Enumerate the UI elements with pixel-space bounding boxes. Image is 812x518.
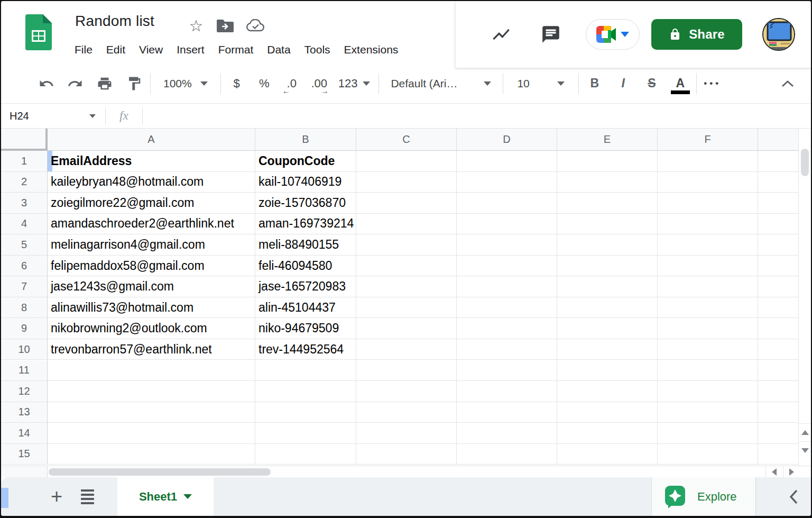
row-header-14[interactable]: 14: [1, 423, 48, 444]
cell-C4[interactable]: [356, 214, 457, 235]
cell-C11[interactable]: [356, 360, 457, 381]
sheet-activity-button[interactable]: [487, 21, 515, 48]
row-header-7[interactable]: 7: [1, 276, 48, 297]
strikethrough-button[interactable]: S: [640, 72, 663, 95]
row-header-4[interactable]: 4: [1, 214, 48, 235]
cell-C8[interactable]: [356, 297, 457, 319]
font-size-select[interactable]: 10: [508, 72, 574, 95]
menu-view[interactable]: View: [132, 41, 170, 58]
cell-E14[interactable]: [557, 423, 658, 444]
cell-B3[interactable]: zoie-157036870: [255, 193, 356, 214]
cell-A2[interactable]: kaileybryan48@hotmail.com: [48, 172, 255, 193]
cell-D14[interactable]: [457, 423, 557, 444]
cell-F9[interactable]: [658, 318, 758, 339]
cell-G10[interactable]: [758, 339, 800, 360]
sheets-logo-icon[interactable]: [25, 14, 52, 50]
more-toolbar-button[interactable]: •••: [701, 72, 724, 95]
cell-F6[interactable]: [658, 256, 758, 277]
document-status-button[interactable]: [244, 15, 266, 37]
cell-A6[interactable]: felipemaddox58@gmail.com: [48, 256, 255, 277]
cell-B9[interactable]: niko-94679509: [255, 318, 356, 339]
cell-A8[interactable]: alinawillis73@hotmail.com: [48, 297, 255, 319]
doc-title[interactable]: Random list: [75, 13, 154, 30]
column-header-A[interactable]: A: [48, 129, 255, 151]
cell-C13[interactable]: [356, 402, 457, 423]
cell-F8[interactable]: [658, 297, 758, 319]
meet-button[interactable]: [586, 19, 640, 50]
menu-edit[interactable]: Edit: [99, 41, 132, 58]
increase-decimal-button[interactable]: .00 →: [308, 72, 331, 95]
undo-button[interactable]: [35, 72, 58, 95]
vertical-scrollbar-thumb[interactable]: [801, 149, 809, 176]
scroll-down-button[interactable]: [799, 441, 811, 459]
horizontal-scrollbar[interactable]: [1, 466, 811, 477]
horizontal-scrollbar-thumb[interactable]: [49, 468, 271, 476]
cell-G9[interactable]: [758, 318, 800, 339]
select-all-corner[interactable]: [1, 129, 48, 151]
format-currency-button[interactable]: $: [225, 72, 248, 95]
cell-D13[interactable]: [457, 402, 557, 423]
row-header-12[interactable]: 12: [1, 381, 48, 402]
cell-E13[interactable]: [557, 402, 658, 423]
cell-G14[interactable]: [758, 423, 800, 444]
cell-A10[interactable]: trevonbarron57@earthlink.net: [48, 339, 255, 360]
column-header-D[interactable]: D: [457, 129, 557, 151]
italic-button[interactable]: I: [612, 72, 635, 95]
cell-E8[interactable]: [557, 297, 658, 319]
cell-A9[interactable]: nikobrowning2@outlook.com: [48, 318, 255, 339]
hide-menus-button[interactable]: [776, 72, 799, 95]
cell-F2[interactable]: [658, 172, 758, 193]
cell-C5[interactable]: [356, 234, 457, 256]
cell-D4[interactable]: [457, 214, 557, 235]
cell-G13[interactable]: [758, 402, 800, 423]
menu-data[interactable]: Data: [260, 41, 297, 58]
scroll-left-button[interactable]: [765, 466, 782, 478]
menu-file[interactable]: File: [68, 41, 99, 58]
scroll-right-button[interactable]: [783, 466, 800, 478]
row-header-15[interactable]: 15: [1, 444, 48, 465]
print-button[interactable]: [93, 72, 116, 95]
row-header-11[interactable]: 11: [1, 360, 48, 381]
menu-insert[interactable]: Insert: [170, 41, 211, 58]
cell-D12[interactable]: [457, 381, 557, 402]
text-color-button[interactable]: A: [669, 72, 692, 95]
cell-F15[interactable]: [658, 444, 758, 465]
cell-E6[interactable]: [557, 256, 658, 277]
font-family-select[interactable]: Default (Ari…: [383, 72, 499, 95]
cell-D2[interactable]: [457, 172, 557, 193]
cell-A4[interactable]: amandaschroeder2@earthlink.net: [48, 214, 255, 235]
column-header-C[interactable]: C: [356, 129, 457, 151]
decrease-decimal-button[interactable]: .0 ←: [280, 72, 303, 95]
cell-D5[interactable]: [457, 234, 557, 256]
cell-B2[interactable]: kail-107406919: [255, 172, 356, 193]
row-header-8[interactable]: 8: [1, 297, 48, 319]
cell-C9[interactable]: [356, 318, 457, 339]
column-header-B[interactable]: B: [255, 129, 356, 151]
cell-B13[interactable]: [255, 402, 356, 423]
row-header-2[interactable]: 2: [1, 172, 48, 193]
column-header-F[interactable]: F: [658, 129, 758, 151]
cell-B1[interactable]: CouponCode: [255, 151, 356, 172]
row-header-3[interactable]: 3: [1, 193, 48, 214]
cell-B15[interactable]: [255, 444, 356, 465]
cell-E11[interactable]: [557, 360, 658, 381]
paint-format-button[interactable]: [123, 72, 146, 95]
cell-A12[interactable]: [48, 381, 255, 402]
cell-F3[interactable]: [658, 193, 758, 214]
hide-side-panel-button[interactable]: [776, 477, 811, 516]
cell-G12[interactable]: [758, 381, 800, 402]
all-sheets-button[interactable]: [75, 485, 99, 509]
bold-button[interactable]: B: [583, 72, 606, 95]
row-header-1[interactable]: 1: [1, 151, 48, 172]
cell-A5[interactable]: melinagarrison4@gmail.com: [48, 234, 255, 256]
cell-A14[interactable]: [48, 423, 255, 444]
row-header-9[interactable]: 9: [1, 318, 48, 339]
cell-A11[interactable]: [48, 360, 255, 381]
cell-A1[interactable]: EmailAddress: [48, 151, 255, 172]
cell-C10[interactable]: [356, 339, 457, 360]
cell-D8[interactable]: [457, 297, 557, 319]
meet-dropdown-caret[interactable]: [621, 32, 629, 37]
cell-F4[interactable]: [658, 214, 758, 235]
menu-extensions[interactable]: Extensions: [337, 41, 405, 58]
cell-G11[interactable]: [758, 360, 800, 381]
